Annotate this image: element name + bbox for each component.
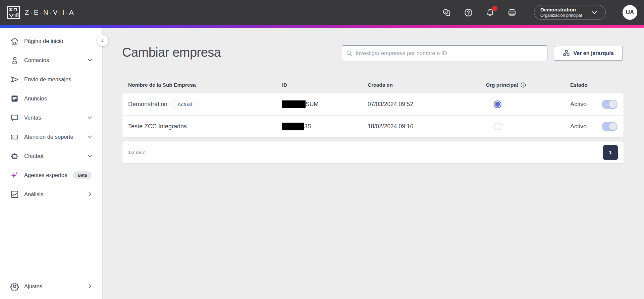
org-principal-radio-unselected[interactable] xyxy=(494,123,501,130)
pagination-range: 1-2 de 2 xyxy=(128,150,145,155)
sidebar-item-home[interactable]: Página de inicio xyxy=(0,34,102,48)
chevron-right-icon xyxy=(86,190,94,198)
sidebar-item-atencion-de-soporte[interactable]: Atención de soporte xyxy=(0,129,102,144)
chevron-down-icon xyxy=(591,9,598,16)
help-icon[interactable] xyxy=(464,8,473,17)
sidebar-item-ventas[interactable]: Ventas xyxy=(0,110,102,125)
announcements-icon xyxy=(10,94,19,103)
org-name: Demonstration xyxy=(540,7,582,13)
notification-badge xyxy=(492,6,497,11)
chevron-down-icon xyxy=(86,114,94,121)
robot-icon xyxy=(10,152,19,161)
created-at: 18/02/2024 09:16 xyxy=(368,123,486,130)
view-hierarchy-button[interactable]: Ver en jerarquía xyxy=(554,46,623,61)
org-subtitle: Organización principal xyxy=(540,13,582,18)
table-footer: 1-2 de 2 1 xyxy=(122,141,624,163)
zenvia-logo-icon xyxy=(7,6,20,19)
view-hierarchy-label: Ver en jerarquía xyxy=(573,50,613,56)
brand-gradient-bar xyxy=(0,25,644,28)
toggle-knob xyxy=(609,123,617,130)
col-header-org-label: Org principal xyxy=(486,82,518,88)
avatar[interactable]: UA xyxy=(623,5,637,20)
col-header-status: Estado xyxy=(570,82,624,88)
org-switcher-texts: Demonstration Organización principal xyxy=(540,7,582,18)
sidebar: Página de inicio Contactos Envío de mens… xyxy=(0,28,103,299)
sidebar-item-label: Ventas xyxy=(24,115,41,121)
topbar: Z·E·N·V·I·A ? xyxy=(0,0,644,25)
current-company-badge: Actual xyxy=(172,100,197,109)
status-label: Activo xyxy=(570,101,587,108)
sidebar-item-chatbot[interactable]: Chatbot xyxy=(0,148,102,163)
sidebar-item-label: Ajustes xyxy=(24,283,42,290)
status-toggle[interactable] xyxy=(602,100,618,109)
sidebar-item-label: Página de inicio xyxy=(24,38,63,44)
sales-chat-icon xyxy=(10,113,19,122)
redacted-id xyxy=(282,123,304,130)
brand: Z·E·N·V·I·A xyxy=(7,6,75,19)
chevron-down-icon xyxy=(86,152,94,160)
brand-name: Z·E·N·V·I·A xyxy=(25,9,75,16)
companies-table: Nombre de la Sub Empresa ID Creada en Or… xyxy=(122,77,624,163)
main-content: Cambiar empresa Ver en jerarquía Nombre … xyxy=(103,28,644,299)
status-label: Activo xyxy=(570,123,587,130)
search-icon xyxy=(345,49,353,57)
company-name: Demonstration xyxy=(128,101,167,108)
company-id-suffix: SUM xyxy=(306,101,319,108)
toggle-knob xyxy=(609,100,617,108)
table-body-card: Demonstration Actual SUM 07/03/2024 09:5… xyxy=(122,93,624,137)
search-input[interactable] xyxy=(342,45,547,61)
sidebar-item-contactos[interactable]: Contactos xyxy=(0,53,102,68)
sidebar-item-analisis[interactable]: Análisis xyxy=(0,187,102,202)
sidebar-item-label: Contactos xyxy=(24,57,49,63)
sidebar-item-envio-de-mensajes[interactable]: Envío de mensajes xyxy=(0,72,102,87)
send-icon xyxy=(10,75,19,84)
sidebar-item-label: Anuncios xyxy=(24,95,47,102)
table-row[interactable]: Demonstration Actual SUM 07/03/2024 09:5… xyxy=(122,93,624,115)
topbar-actions: ? Demonstration xyxy=(442,5,637,20)
col-header-name: Nombre de la Sub Empresa xyxy=(122,82,282,88)
sidebar-item-ajustes[interactable]: Ajustes xyxy=(0,279,102,294)
printer-icon[interactable] xyxy=(507,8,517,17)
company-id-suffix: 3S xyxy=(304,123,311,130)
sidebar-item-agentes-expertos[interactable]: Agentes expertos Beta xyxy=(0,168,102,182)
org-principal-radio-selected[interactable] xyxy=(494,100,501,108)
notifications-bell-icon[interactable] xyxy=(486,8,495,17)
analytics-icon xyxy=(10,190,19,199)
sidebar-item-label: Envío de mensajes xyxy=(24,76,71,83)
sidebar-item-label: Atención de soporte xyxy=(24,134,73,140)
col-header-org-principal: Org principal xyxy=(486,82,570,88)
home-icon xyxy=(10,37,19,46)
chevron-right-icon xyxy=(86,283,94,290)
pagination-page-1-button[interactable]: 1 xyxy=(603,145,618,160)
sparkles-icon xyxy=(10,171,19,180)
beta-badge: Beta xyxy=(73,171,91,179)
redacted-id xyxy=(282,100,306,108)
table-row[interactable]: Teste ZCC Integrados 3S 18/02/2024 09:16… xyxy=(122,115,624,137)
org-switcher[interactable]: Demonstration Organización principal xyxy=(534,5,606,20)
sidebar-item-label: Agentes expertos xyxy=(24,172,67,178)
col-header-created: Creada en xyxy=(368,82,486,88)
hierarchy-icon xyxy=(563,50,570,57)
col-header-id: ID xyxy=(282,82,368,88)
page-title: Cambiar empresa xyxy=(122,44,221,61)
sidebar-item-label: Chatbot xyxy=(24,153,44,159)
chevron-down-icon xyxy=(86,56,94,64)
table-header-row: Nombre de la Sub Empresa ID Creada en Or… xyxy=(122,77,624,93)
chevron-down-icon xyxy=(86,133,94,140)
gear-icon xyxy=(10,282,19,291)
sidebar-item-anuncios[interactable]: Anuncios xyxy=(0,91,102,106)
svg-text:?: ? xyxy=(444,10,446,13)
sidebar-item-label: Análisis xyxy=(24,191,43,198)
info-icon[interactable] xyxy=(520,82,526,88)
status-toggle[interactable] xyxy=(602,122,618,131)
chevron-left-icon xyxy=(100,38,105,43)
created-at: 07/03/2024 09:52 xyxy=(368,101,486,108)
sidebar-collapse-button[interactable] xyxy=(97,35,108,46)
chat-question-icon[interactable]: ? xyxy=(442,8,451,17)
company-name: Teste ZCC Integrados xyxy=(128,123,187,130)
support-ticket-icon xyxy=(10,132,19,141)
company-search xyxy=(342,45,547,61)
contacts-icon xyxy=(10,56,19,65)
